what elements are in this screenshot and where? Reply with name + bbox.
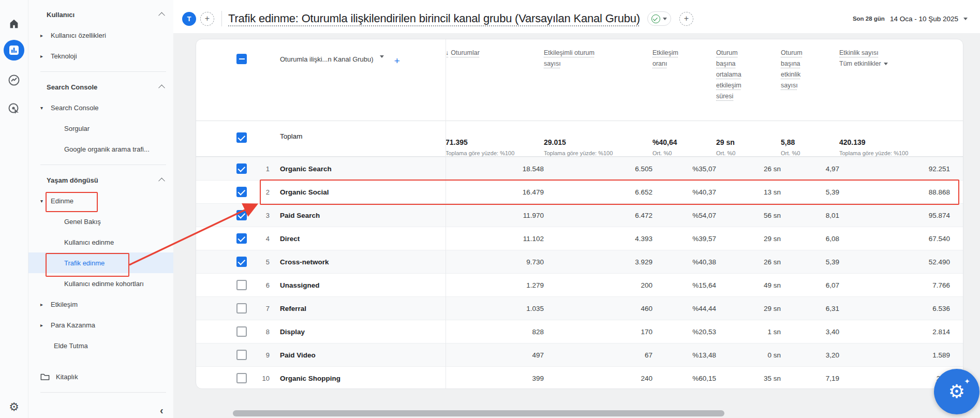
annotation-box-trafik-edinme [46,253,129,277]
row-metric-value: 6,08 [781,227,839,250]
chevron-up-icon [158,12,165,19]
sidebar-section-kullan-c[interactable]: Kullanıcı [28,4,173,25]
collapse-sidebar-icon[interactable]: ‹ [160,405,164,415]
row-metric-value: 26 sn [716,157,781,180]
home-icon[interactable] [4,13,24,34]
gear-icon: ⚙ [948,382,965,401]
column-header-ort-etkilesim-suresi[interactable]: Oturumbaşınaortalamaetkileşimsüresi [716,39,781,102]
row-channel-name: Organic Shopping [275,367,446,389]
sidebar-item-kullan-c-edinme[interactable]: Kullanıcı edinme [28,232,173,252]
row-metric-value: 67.540 [839,227,950,250]
insights-fab[interactable]: ⚙ ✦ [934,369,979,414]
column-header-oturum-basina-etkinlik[interactable]: Oturumbaşınaetkinliksayısı [781,39,839,91]
row-channel-name: Direct [275,227,446,250]
dimension-header-dropdown[interactable]: Oturumla ilişki...n Kanal Grubu) + [275,39,446,67]
row-metric-value: %13,48 [652,344,716,366]
sidebar-item-kullan-c-zellikleri[interactable]: ▸Kullanıcı özellikleri [28,25,173,46]
horizontal-scrollbar-thumb[interactable] [233,410,724,416]
sidebar-item-google-organik-arama-trafi[interactable]: Google organik arama trafi... [28,139,173,159]
sidebar-item-teknoloji[interactable]: ▸Teknoloji [28,46,173,66]
unchecked-checkbox[interactable] [236,373,247,383]
checked-checkbox[interactable] [236,163,247,174]
chevron-down-icon [380,55,384,58]
report-topbar: T + Trafik edinme: Oturumla ilişkilendir… [173,0,980,33]
row-metric-value: 3,20 [781,344,839,366]
table-total-row: Toplam 71.395Toplama göre yüzde: %10029.… [196,121,963,157]
chevron-down-icon [884,63,888,65]
column-header-line: oranı [652,58,667,69]
row-channel-name: Display [275,320,446,343]
unchecked-checkbox[interactable] [236,303,247,314]
metric-subtype-dropdown[interactable]: Tüm etkinlikler [839,58,888,69]
total-subtext: Ort. %0 [781,150,800,156]
row-metric-value: 9.730 [446,250,544,273]
total-value: 71.395 [446,138,468,146]
table-row-referral: 7Referral1.035460%44,4429 sn6,316.536 [196,296,963,320]
sidebar-item-para-kazanma[interactable]: ▸Para Kazanma [28,315,173,335]
row-metric-value: 2.86 [839,367,950,389]
dimension-header-label: Oturumla ilişki...n Kanal Grubu) [280,55,374,63]
sidebar-section-ya-am-d-ng-s[interactable]: Yaşam döngüsü [28,170,173,190]
row-metric-value: 4,97 [781,157,839,180]
row-metric-value: 240 [544,367,652,389]
row-checkbox-cell [196,157,250,180]
table-row-organic-shopping: 10Organic Shopping399240%60,1535 sn7,192… [196,366,963,389]
admin-gear-icon[interactable]: ⚙ [9,400,19,414]
date-range-picker[interactable]: Son 28 gün 14 Oca - 10 Şub 2025 [853,15,968,23]
row-channel-name: Paid Video [275,344,446,366]
sidebar-item-search-console[interactable]: ▾Search Console [28,97,173,118]
total-subtext: Ort. %0 [652,150,672,156]
total-cell: 29 snOrt. %0 [716,121,781,156]
add-dimension-icon[interactable]: + [394,55,400,67]
sidebar-item-genel-bak[interactable]: Genel Bakış [28,211,173,232]
total-label: Toplam [275,121,446,156]
table-row-unassigned: 6Unassigned1.279200%15,6449 sn6,077.766 [196,273,963,296]
sidebar-item-label: Search Console [51,104,99,112]
row-metric-value: 29 sn [716,297,781,320]
checked-checkbox[interactable] [236,257,247,267]
checked-checkbox[interactable] [236,187,247,197]
row-metric-value: 6,07 [781,274,839,296]
advertising-icon[interactable] [4,98,24,119]
add-comparison-icon[interactable]: + [200,12,214,26]
total-subtext: Toplama göre yüzde: %100 [544,150,613,156]
caret-right-icon: ▸ [40,322,48,328]
sidebar-item-etkile-im[interactable]: ▸Etkileşim [28,294,173,315]
column-header-etkinlik-sayisi[interactable]: Etkinlik sayısıTüm etkinlikler [839,39,950,69]
sidebar-item-label: Genel Bakış [64,218,101,226]
sidebar-item-kitapl-k[interactable]: Kitaplık [28,366,173,387]
row-number: 1 [250,157,275,180]
column-header-line: süresi [716,91,733,102]
unchecked-checkbox[interactable] [236,350,247,360]
sidebar-item-sorgular[interactable]: Sorgular [28,118,173,139]
column-header-line: başına [716,58,736,69]
explore-icon[interactable] [4,70,24,91]
row-channel-name: Paid Search [275,204,446,227]
comparison-avatar[interactable]: T [182,12,196,26]
sidebar-item-elde-tutma[interactable]: Elde Tutma [28,335,173,356]
total-row-checkbox[interactable] [236,132,247,143]
row-checkbox-cell [196,274,250,296]
column-header-oturumlar[interactable]: ↓Oturumlar [446,39,544,58]
column-header-etkilesim-orani[interactable]: Etkileşimoranı [652,39,716,69]
data-quality-badge[interactable] [647,11,671,26]
checked-checkbox[interactable] [236,210,247,220]
row-number: 5 [250,250,275,273]
reports-icon[interactable] [4,40,24,61]
row-checkbox-cell [196,344,250,366]
add-filter-icon[interactable]: + [679,12,693,26]
ga4-app: ⚙ Kullanıcı▸Kullanıcı özellikleri▸Teknol… [0,0,980,418]
row-metric-value: 7,19 [781,367,839,389]
row-metric-value: 7.766 [839,274,950,296]
checked-checkbox[interactable] [236,233,247,244]
select-all-checkbox[interactable] [236,54,247,64]
row-checkbox-cell [196,367,250,389]
unchecked-checkbox[interactable] [236,280,247,290]
sidebar-section-search-console[interactable]: Search Console [28,77,173,97]
column-header-etkilesimli-oturum[interactable]: Etkileşimli oturumsayısı [544,39,652,69]
column-header-line: etkileşim [716,80,741,91]
total-cell: %40,64Ort. %0 [652,121,716,156]
unchecked-checkbox[interactable] [236,326,247,337]
table-row-display: 8Display828170%20,531 sn3,402.814 [196,320,963,343]
row-number: 10 [250,367,275,389]
